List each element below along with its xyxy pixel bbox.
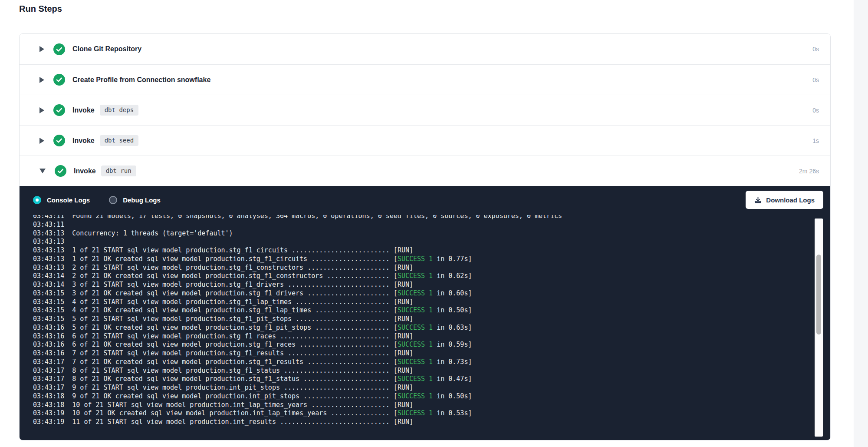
debug-logs-label: Debug Logs xyxy=(123,196,161,204)
chevron-right-icon[interactable] xyxy=(39,107,44,113)
download-icon xyxy=(754,196,762,204)
console-log-line: 03:43:11 xyxy=(33,221,778,229)
run-steps-page: { "page": { "title": "Run Steps" }, "col… xyxy=(0,0,868,447)
run-step-row[interactable]: Clone Git Repository0s xyxy=(20,34,830,64)
console-log-line: 03:43:18 10 of 21 START sql view model p… xyxy=(33,401,778,410)
console-log-line: 03:43:16 6 of 21 OK created sql view mod… xyxy=(33,341,778,349)
page-title: Run Steps xyxy=(19,4,62,14)
console-log-line: 03:43:17 8 of 21 START sql view model pr… xyxy=(33,367,778,375)
console-log-line: 03:43:19 10 of 21 OK created sql view mo… xyxy=(33,409,778,418)
page-right-gutter xyxy=(854,0,868,447)
console-log-line: 03:43:16 7 of 21 START sql view model pr… xyxy=(33,349,778,358)
step-duration: 0s xyxy=(812,46,819,53)
console-scrollbar-thumb[interactable] xyxy=(816,255,821,334)
debug-logs-radio[interactable]: Debug Logs xyxy=(109,196,161,204)
console-log-line: 03:43:16 5 of 21 OK created sql view mod… xyxy=(33,324,778,332)
download-logs-button[interactable]: Download Logs xyxy=(746,191,823,209)
success-check-icon xyxy=(53,43,65,55)
success-check-icon xyxy=(55,165,66,177)
log-success-status: SUCCESS 1 xyxy=(398,289,433,297)
log-success-status: SUCCESS 1 xyxy=(398,409,433,417)
console-log-line: 03:43:15 3 of 21 OK created sql view mod… xyxy=(33,289,778,298)
step-label: Invoke xyxy=(72,106,95,114)
success-check-icon xyxy=(53,135,65,146)
run-step-row[interactable]: Invokedbt run2m 26s xyxy=(20,156,830,186)
console-log-line: 03:43:13 1 of 21 OK created sql view mod… xyxy=(33,255,778,264)
download-logs-label: Download Logs xyxy=(766,196,815,204)
console-log-line: 03:43:16 6 of 21 START sql view model pr… xyxy=(33,332,778,341)
log-success-status: SUCCESS 1 xyxy=(398,392,433,400)
console-header: Console Logs Debug Logs Download Logs xyxy=(20,186,830,214)
step-label: Invoke xyxy=(74,167,96,175)
console-log-line: 03:43:13 2 of 21 START sql view model pr… xyxy=(33,264,778,272)
log-success-status: SUCCESS 1 xyxy=(398,306,433,314)
log-success-status: SUCCESS 1 xyxy=(398,358,433,366)
console-log-line: 03:43:17 9 of 21 START sql view model pr… xyxy=(33,384,778,392)
step-label: Create Profile from Connection snowflake xyxy=(72,76,210,84)
step-duration: 1s xyxy=(812,137,819,144)
console-log-line: 03:43:13 xyxy=(33,238,778,246)
log-success-status: SUCCESS 1 xyxy=(398,324,433,331)
radio-selected-icon[interactable] xyxy=(33,196,41,204)
run-step-row[interactable]: Invokedbt deps0s xyxy=(20,95,830,125)
step-command-badge: dbt seed xyxy=(100,135,138,146)
success-check-icon xyxy=(53,104,65,116)
console-scrollbar-track[interactable] xyxy=(815,219,823,437)
chevron-right-icon[interactable] xyxy=(39,138,44,144)
console-log-line: 03:43:17 8 of 21 OK created sql view mod… xyxy=(33,375,778,384)
log-success-status: SUCCESS 1 xyxy=(398,375,433,383)
chevron-right-icon[interactable] xyxy=(39,46,44,52)
console-panel: Console Logs Debug Logs Download Logs 03… xyxy=(20,186,830,440)
console-log-line: 03:43:15 4 of 21 START sql view model pr… xyxy=(33,298,778,307)
console-log-output: 03:43:11 Found 21 models, 17 tests, 0 sn… xyxy=(33,215,778,437)
console-log-line: 03:43:18 9 of 21 OK created sql view mod… xyxy=(33,392,778,401)
log-success-status: SUCCESS 1 xyxy=(398,272,433,280)
console-logs-radio[interactable]: Console Logs xyxy=(33,196,90,204)
step-duration: 0s xyxy=(812,107,819,114)
success-check-icon xyxy=(53,74,65,86)
console-log-line: 03:43:11 Found 21 models, 17 tests, 0 sn… xyxy=(33,215,778,221)
console-log-line: 03:43:14 3 of 21 START sql view model pr… xyxy=(33,281,778,289)
chevron-right-icon[interactable] xyxy=(39,77,44,83)
step-duration: 2m 26s xyxy=(799,168,819,175)
step-label: Invoke xyxy=(72,137,95,145)
step-duration: 0s xyxy=(812,76,819,83)
run-steps-list: Clone Git Repository0sCreate Profile fro… xyxy=(19,33,831,440)
console-log-line: 03:43:13 Concurrency: 1 threads (target=… xyxy=(33,229,778,238)
log-success-status: SUCCESS 1 xyxy=(398,255,433,263)
console-log-line: 03:43:17 7 of 21 OK created sql view mod… xyxy=(33,358,778,367)
step-command-badge: dbt run xyxy=(101,166,136,176)
step-label: Clone Git Repository xyxy=(72,45,141,53)
run-step-row[interactable]: Invokedbt seed1s xyxy=(20,125,830,156)
radio-unselected-icon[interactable] xyxy=(109,196,117,204)
console-log-lines: 03:43:11 Found 21 models, 17 tests, 0 sn… xyxy=(33,215,778,427)
console-log-line: 03:43:13 1 of 21 START sql view model pr… xyxy=(33,246,778,255)
console-log-line: 03:43:15 4 of 21 OK created sql view mod… xyxy=(33,306,778,315)
step-command-badge: dbt deps xyxy=(100,105,138,116)
console-log-line: 03:43:14 2 of 21 OK created sql view mod… xyxy=(33,272,778,281)
log-success-status: SUCCESS 1 xyxy=(398,341,433,348)
console-logs-label: Console Logs xyxy=(47,196,90,204)
console-log-line: 03:43:19 11 of 21 START sql view model p… xyxy=(33,418,778,427)
chevron-down-icon[interactable] xyxy=(39,169,46,173)
console-log-line: 03:43:15 5 of 21 START sql view model pr… xyxy=(33,315,778,324)
run-step-row[interactable]: Create Profile from Connection snowflake… xyxy=(20,64,830,95)
